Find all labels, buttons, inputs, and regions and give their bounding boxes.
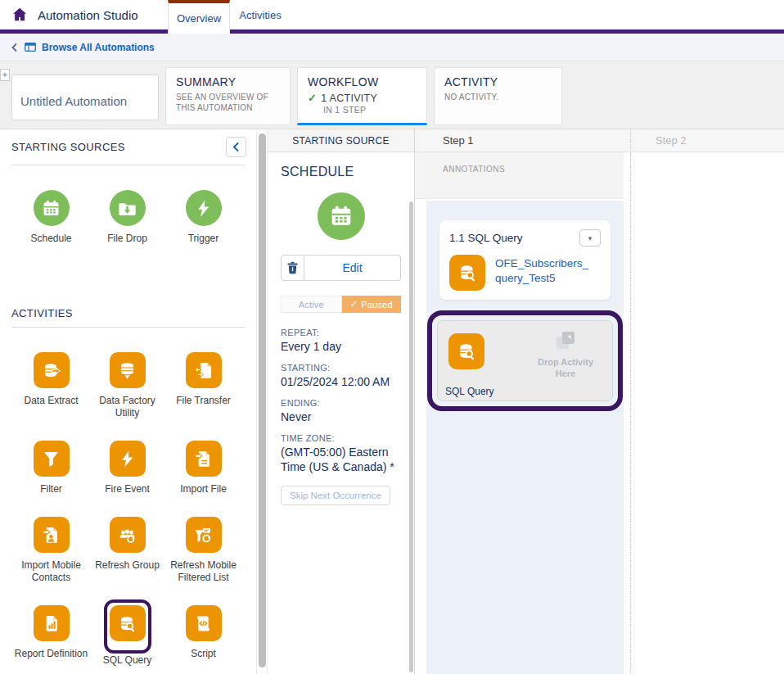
paused-label: Paused (361, 300, 393, 310)
activity-label: SQL Query (103, 654, 152, 667)
annotations-label: ANNOTATIONS (443, 165, 505, 174)
db-search-icon (110, 605, 146, 641)
activity-import-file[interactable]: Import File (165, 441, 241, 495)
schedule-detail-repeat: REPEAT:Every 1 day (281, 328, 401, 354)
activity-card-menu-button[interactable]: ▾ (579, 229, 601, 247)
activity-label: Import Mobile Contacts (13, 559, 89, 584)
activities-grid: Data ExtractData Factory UtilityFile Tra… (0, 328, 256, 674)
activity-script[interactable]: Script (165, 605, 241, 667)
drop-activity-zone[interactable]: SQL Query Drop Activity Here (437, 320, 613, 401)
activity-refresh-group[interactable]: Refresh Group (89, 517, 165, 584)
home-icon[interactable] (11, 6, 29, 24)
activity-label: Fire Event (105, 483, 150, 495)
activity-card-title: 1.1 SQL Query (449, 232, 523, 244)
funnel-icon (34, 441, 70, 477)
workflow-step-count: IN 1 STEP (323, 105, 417, 115)
activity-filter[interactable]: Filter (13, 441, 89, 495)
db-stack-icon (110, 352, 146, 388)
step-1-column: Step 1 ANNOTATIONS 1.1 SQL Query ▾ OFE_S… (415, 129, 631, 674)
table-icon (25, 43, 36, 52)
detail-value: (GMT-05:00) Eastern Time (US & Canada) * (281, 445, 401, 474)
activity-label: Data Extract (24, 395, 78, 407)
activity-title: ACTIVITY (444, 75, 552, 88)
activity-file-transfer[interactable]: File Transfer (165, 352, 241, 419)
automation-name-input[interactable] (11, 75, 159, 120)
tab-card-workflow[interactable]: WORKFLOW ✓ 1 ACTIVITY IN 1 STEP (297, 67, 427, 125)
file-swap-icon (186, 352, 222, 388)
activity-label: Import File (180, 483, 227, 495)
source-label: Schedule (30, 233, 71, 245)
starting-sources-heading: STARTING SOURCES (11, 141, 125, 153)
step-1-header: Step 1 (415, 129, 630, 152)
source-label: File Drop (107, 233, 147, 245)
activity-subtitle: NO ACTIVITY. (444, 92, 549, 102)
activity-name-link[interactable]: OFE_Subscribers_query_Test5 (495, 256, 590, 286)
delete-schedule-button[interactable] (281, 255, 304, 281)
add-button[interactable]: + (0, 69, 10, 81)
panel-scrollbar-thumb[interactable] (409, 201, 413, 672)
toggle-active[interactable]: Active (281, 296, 342, 313)
activity-import-mobile-contacts[interactable]: Import Mobile Contacts (13, 517, 89, 584)
file-import-icon (186, 441, 222, 477)
sidebar-scrollbar-thumb[interactable] (259, 133, 266, 667)
sql-query-activity-card[interactable]: 1.1 SQL Query ▾ OFE_Subscribers_query_Te… (439, 220, 611, 300)
activity-sql-query[interactable]: SQL Query (89, 605, 165, 667)
step-2-header: Step 2 (631, 129, 784, 152)
source-schedule[interactable]: Schedule (13, 190, 89, 245)
starting-source-header: STARTING SOURCE (268, 129, 414, 152)
app-title: Automation Studio (38, 8, 138, 22)
drop-activity-hint: Drop Activity Here (531, 356, 600, 379)
automation-header: + SUMMARY SEE AN OVERVIEW OF THIS AUTOMA… (0, 61, 784, 129)
activity-refresh-mobile-filtered-list[interactable]: Refresh Mobile Filtered List (165, 517, 241, 584)
tab-card-summary[interactable]: SUMMARY SEE AN OVERVIEW OF THIS AUTOMATI… (165, 67, 291, 125)
paused-check-icon: ✓ (350, 299, 358, 310)
source-file-drop[interactable]: File Drop (89, 190, 165, 245)
edit-schedule-button[interactable]: Edit (304, 255, 401, 281)
starting-sources-grid: ScheduleFile DropTrigger (0, 165, 256, 266)
sql-query-icon (449, 255, 485, 291)
activity-label: Filter (40, 483, 62, 495)
top-nav: Automation Studio Overview Activities (0, 0, 784, 34)
dragged-activity-label: SQL Query (445, 386, 494, 397)
tab-activities[interactable]: Activities (230, 0, 291, 29)
activity-fire-event[interactable]: Fire Event (89, 441, 165, 495)
activity-data-extract[interactable]: Data Extract (13, 352, 89, 419)
activity-data-factory-utility[interactable]: Data Factory Utility (89, 352, 165, 419)
schedule-detail-time-zone: TIME ZONE:(GMT-05:00) Eastern Time (US &… (281, 433, 401, 474)
schedule-calendar-icon (318, 192, 365, 240)
activities-sidebar: STARTING SOURCES ScheduleFile DropTrigge… (0, 129, 256, 674)
browse-all-automations-link[interactable]: Browse All Automations (42, 42, 155, 53)
detail-label: TIME ZONE: (281, 433, 401, 443)
detail-value: Never (281, 409, 401, 424)
bolt-icon (110, 441, 146, 477)
summary-title: SUMMARY (176, 75, 280, 88)
source-label: Trigger (188, 233, 219, 245)
tab-overview[interactable]: Overview (168, 0, 230, 34)
activity-report-definition[interactable]: Report Definition (13, 605, 89, 667)
activity-label: Report Definition (15, 648, 88, 660)
funnel-refresh-icon (186, 517, 222, 553)
tab-card-activity[interactable]: ACTIVITY NO ACTIVITY. (434, 67, 562, 125)
step-1-canvas: 1.1 SQL Query ▾ OFE_Subscribers_query_Te… (426, 201, 624, 674)
activity-label: File Transfer (176, 395, 231, 407)
activity-label: Script (191, 648, 216, 660)
source-trigger[interactable]: Trigger (165, 190, 241, 245)
scroll-code-icon (186, 605, 222, 641)
annotations-band: ANNOTATIONS (415, 152, 624, 199)
skip-next-occurrence-button[interactable]: Skip Next Occurrence (281, 486, 390, 505)
trash-icon (286, 261, 299, 274)
schedule-details: REPEAT:Every 1 daySTARTING:01/25/2024 12… (281, 328, 401, 474)
activity-label: Refresh Mobile Filtered List (165, 559, 241, 584)
drop-zone-highlight: SQL Query Drop Activity Here (427, 310, 623, 411)
back-chevron-icon[interactable] (11, 43, 19, 52)
collapse-sidebar-button[interactable] (226, 137, 246, 157)
sidebar-scrollbar (256, 129, 268, 674)
toggle-paused[interactable]: ✓ Paused (342, 296, 402, 313)
check-icon: ✓ (308, 92, 317, 104)
workflow-steps-area: Step 1 ANNOTATIONS 1.1 SQL Query ▾ OFE_S… (415, 129, 784, 674)
detail-label: STARTING: (281, 363, 401, 373)
calendar-icon (34, 190, 70, 226)
folder-drop-icon (110, 190, 146, 226)
detail-label: ENDING: (281, 398, 401, 408)
chevron-down-icon: ▾ (588, 234, 593, 242)
